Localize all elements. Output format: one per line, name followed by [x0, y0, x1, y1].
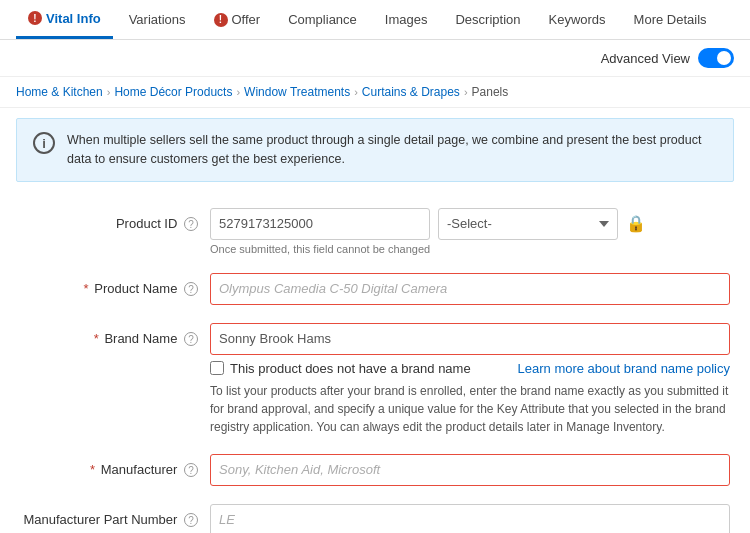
manufacturer-input[interactable]	[210, 454, 730, 486]
breadcrumb-home-kitchen[interactable]: Home & Kitchen	[16, 85, 103, 99]
lock-icon: 🔒	[626, 214, 646, 233]
manufacturer-part-number-label: Manufacturer Part Number	[23, 512, 177, 527]
no-brand-row: This product does not have a brand name …	[210, 361, 730, 376]
brand-name-label: Brand Name	[104, 331, 177, 346]
tab-vital-info[interactable]: ! Vital Info	[16, 0, 113, 39]
breadcrumb: Home & Kitchen › Home Décor Products › W…	[0, 77, 750, 108]
tab-description[interactable]: Description	[443, 0, 532, 39]
tab-keywords[interactable]: Keywords	[537, 0, 618, 39]
form-area: Product ID ? -Select- 🔒 Once submitted, …	[0, 192, 750, 534]
brand-name-input[interactable]	[210, 323, 730, 355]
advanced-view-toggle[interactable]	[698, 48, 734, 68]
product-name-label-col: * Product Name ?	[20, 273, 210, 297]
breadcrumb-panels: Panels	[472, 85, 509, 99]
brand-name-field-col: This product does not have a brand name …	[210, 323, 730, 436]
product-id-input-wrap: -Select- 🔒	[210, 208, 730, 240]
learn-more-brand-link[interactable]: Learn more about brand name policy	[518, 361, 730, 376]
product-name-row: * Product Name ?	[20, 273, 730, 305]
manufacturer-part-number-input[interactable]	[210, 504, 730, 534]
breadcrumb-window-treatments[interactable]: Window Treatments	[244, 85, 350, 99]
info-icon: i	[33, 132, 55, 154]
top-navigation: ! Vital Info Variations ! Offer Complian…	[0, 0, 750, 40]
product-name-field-col	[210, 273, 730, 305]
breadcrumb-sep-3: ›	[354, 86, 358, 98]
advanced-view-label: Advanced View	[601, 51, 690, 66]
product-name-required-star: *	[84, 281, 89, 296]
tab-offer[interactable]: ! Offer	[202, 0, 273, 39]
product-name-label: Product Name	[94, 281, 177, 296]
info-box: i When multiple sellers sell the same pr…	[16, 118, 734, 182]
tab-images[interactable]: Images	[373, 0, 440, 39]
manufacturer-part-number-label-col: Manufacturer Part Number ?	[20, 504, 210, 528]
product-name-help-icon[interactable]: ?	[184, 282, 198, 296]
no-brand-label: This product does not have a brand name	[230, 361, 471, 376]
breadcrumb-sep-4: ›	[464, 86, 468, 98]
breadcrumb-home-decor[interactable]: Home Décor Products	[114, 85, 232, 99]
manufacturer-part-number-help-icon[interactable]: ?	[184, 513, 198, 527]
brand-name-help-icon[interactable]: ?	[184, 332, 198, 346]
product-id-label-col: Product ID ?	[20, 208, 210, 232]
manufacturer-part-number-row: Manufacturer Part Number ?	[20, 504, 730, 534]
product-name-input[interactable]	[210, 273, 730, 305]
manufacturer-row: * Manufacturer ?	[20, 454, 730, 486]
product-id-label: Product ID	[116, 216, 177, 231]
manufacturer-help-icon[interactable]: ?	[184, 463, 198, 477]
vital-info-error-icon: !	[28, 11, 42, 25]
advanced-view-bar: Advanced View	[0, 40, 750, 77]
product-id-note: Once submitted, this field cannot be cha…	[210, 243, 730, 255]
breadcrumb-curtains-drapes[interactable]: Curtains & Drapes	[362, 85, 460, 99]
info-text: When multiple sellers sell the same prod…	[67, 131, 717, 169]
manufacturer-part-number-field-col	[210, 504, 730, 534]
offer-error-icon: !	[214, 13, 228, 27]
tab-more-details[interactable]: More Details	[622, 0, 719, 39]
product-id-input[interactable]	[210, 208, 430, 240]
manufacturer-required-star: *	[90, 462, 95, 477]
brand-name-row: * Brand Name ? This product does not hav…	[20, 323, 730, 436]
product-id-field-col: -Select- 🔒 Once submitted, this field ca…	[210, 208, 730, 255]
manufacturer-label-col: * Manufacturer ?	[20, 454, 210, 478]
no-brand-checkbox[interactable]	[210, 361, 224, 375]
product-id-row: Product ID ? -Select- 🔒 Once submitted, …	[20, 208, 730, 255]
tab-compliance[interactable]: Compliance	[276, 0, 369, 39]
manufacturer-label: Manufacturer	[101, 462, 178, 477]
tab-variations[interactable]: Variations	[117, 0, 198, 39]
manufacturer-field-col	[210, 454, 730, 486]
product-id-select[interactable]: -Select-	[438, 208, 618, 240]
brand-name-label-col: * Brand Name ?	[20, 323, 210, 347]
breadcrumb-sep-2: ›	[236, 86, 240, 98]
product-id-help-icon[interactable]: ?	[184, 217, 198, 231]
brand-name-required-star: *	[94, 331, 99, 346]
breadcrumb-sep-1: ›	[107, 86, 111, 98]
brand-helper-text: To list your products after your brand i…	[210, 382, 730, 436]
